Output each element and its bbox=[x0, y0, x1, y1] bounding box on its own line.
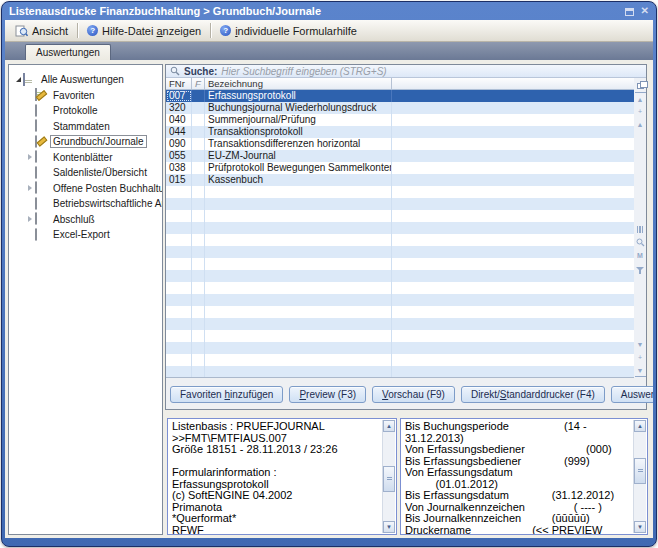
column-header-bezeichnung[interactable]: Bezeichnung bbox=[205, 78, 392, 89]
tab-auswertungen[interactable]: Auswertungen bbox=[25, 44, 111, 60]
table-header[interactable]: FNr F Bezeichnung bbox=[166, 78, 634, 90]
search-input[interactable]: Suche: Hier Suchbegriff eingeben (STRG+S… bbox=[166, 65, 646, 78]
table-row[interactable]: 090Transaktionsdifferenzen horizontal bbox=[166, 138, 634, 150]
table-row-empty[interactable] bbox=[166, 354, 634, 366]
table-row[interactable]: 040Summenjournal/Prüfung bbox=[166, 114, 634, 126]
sidebar-item-7[interactable]: Offene Posten Buchhaltung bbox=[9, 181, 162, 197]
add-favorites-button[interactable]: Favoriten hinzufügen bbox=[170, 386, 283, 403]
help-file-button[interactable]: ? Hilfe-Datei anzeigen bbox=[81, 23, 207, 39]
table-row-empty[interactable] bbox=[166, 330, 634, 342]
filter-info-scrollbar[interactable]: ▲ ▼ bbox=[633, 420, 646, 533]
expanded-arrow-icon[interactable] bbox=[13, 77, 23, 82]
page-edit-icon bbox=[35, 136, 46, 148]
scroll-down-icon[interactable]: ▼ bbox=[383, 521, 395, 533]
table-row-empty[interactable] bbox=[166, 366, 634, 377]
scroll-bottom-icon[interactable]: ▼ bbox=[635, 364, 646, 377]
sidebar-item-8[interactable]: Betriebswirtschaftliche Auswertungen bbox=[9, 196, 162, 212]
collapsed-arrow-icon[interactable] bbox=[25, 154, 35, 160]
table-row[interactable]: 038Prüfprotokoll Bewegungen Sammelkonten bbox=[166, 162, 634, 174]
list-info-scrollbar[interactable]: ▲ ▼ bbox=[382, 420, 395, 533]
preview-button[interactable]: Preview (F3) bbox=[289, 386, 366, 403]
info-line: Bis Journalkennzeichen (ūūūūū) bbox=[405, 513, 630, 525]
table-row-empty[interactable] bbox=[166, 258, 634, 270]
cell-fnr bbox=[166, 186, 192, 198]
info-line: RFWF bbox=[172, 525, 379, 535]
filter-icon[interactable] bbox=[635, 262, 646, 275]
cell-f bbox=[192, 138, 205, 150]
cell-fnr bbox=[166, 366, 192, 377]
table-row[interactable]: 055EU-ZM-Journal bbox=[166, 150, 634, 162]
plus-icon[interactable]: + bbox=[635, 351, 646, 364]
sidebar-item-5[interactable]: Kontenblätter bbox=[9, 150, 162, 166]
table-row-empty[interactable] bbox=[166, 306, 634, 318]
direct-standard-printer-button[interactable]: Direkt/Standarddrucker (F4) bbox=[461, 386, 605, 403]
scroll-up-icon[interactable]: ▲ bbox=[383, 420, 395, 432]
table-row[interactable]: 015Kassenbuch bbox=[166, 174, 634, 186]
scroll-top-icon[interactable]: ▲ bbox=[635, 92, 646, 105]
sidebar-item-6[interactable]: Saldenliste/Übersicht bbox=[9, 165, 162, 181]
sidebar-item-1[interactable]: Favoriten bbox=[9, 88, 162, 104]
scrollbar-thumb[interactable] bbox=[634, 458, 646, 484]
table-row-empty[interactable] bbox=[166, 210, 634, 222]
table-row-empty[interactable] bbox=[166, 186, 634, 198]
table-row-empty[interactable] bbox=[166, 294, 634, 306]
table-row-empty[interactable] bbox=[166, 342, 634, 354]
table-row-empty[interactable] bbox=[166, 246, 634, 258]
magnifier-icon[interactable] bbox=[635, 236, 646, 249]
cell-rest bbox=[392, 306, 634, 318]
vorschau-button[interactable]: Vorschau (F9) bbox=[372, 386, 455, 403]
table-row-empty[interactable] bbox=[166, 198, 634, 210]
info-line: Von Erfassungsdatum bbox=[405, 467, 630, 479]
cell-f bbox=[192, 318, 205, 330]
cell-bezeichnung bbox=[205, 210, 392, 222]
info-line: Listenbasis : PRUEFJOURNAL bbox=[172, 421, 379, 433]
cell-bezeichnung: EU-ZM-Journal bbox=[205, 150, 392, 162]
sidebar-item-2[interactable]: Protokolle bbox=[9, 103, 162, 119]
individual-form-help-button[interactable]: ? individuelle Formularhilfe bbox=[214, 23, 363, 39]
table-row-empty[interactable] bbox=[166, 282, 634, 294]
page-glyph bbox=[35, 181, 37, 194]
restore-window-button[interactable] bbox=[625, 2, 634, 20]
table-row[interactable]: 320Buchungsjournal Wiederholungsdruck bbox=[166, 102, 634, 114]
cell-f bbox=[192, 210, 205, 222]
print-report-button[interactable]: Auswertung drucken bbox=[611, 386, 653, 403]
column-header-fnr[interactable]: FNr bbox=[166, 78, 192, 89]
sidebar-item-9[interactable]: Abschluß bbox=[9, 212, 162, 228]
cell-f bbox=[192, 354, 205, 366]
table-row[interactable]: 007Erfassungsprotokoll bbox=[166, 90, 634, 102]
table-row[interactable]: 044Transaktionsprotokoll bbox=[166, 126, 634, 138]
sidebar-item-3[interactable]: Stammdaten bbox=[9, 119, 162, 135]
collapsed-arrow-icon[interactable] bbox=[25, 216, 35, 222]
info-line: Druckername (<< PREVIEW bbox=[405, 525, 630, 535]
table-row-empty[interactable] bbox=[166, 270, 634, 282]
scroll-up-icon[interactable]: ▲ bbox=[634, 420, 646, 432]
list-info-text: Listenbasis : PRUEFJOURNAL>>FMT\FMTFIAUS… bbox=[172, 421, 379, 534]
sidebar-item-label: Protokolle bbox=[50, 104, 100, 117]
scroll-down-icon[interactable]: ▼ bbox=[634, 521, 646, 533]
copy-icon[interactable] bbox=[635, 79, 646, 92]
help-icon: ? bbox=[87, 25, 98, 36]
cell-f bbox=[192, 174, 205, 186]
search-label: Suche: bbox=[184, 66, 217, 77]
table-row-empty[interactable] bbox=[166, 234, 634, 246]
ansicht-button[interactable]: Ansicht bbox=[9, 23, 74, 39]
close-window-button[interactable]: ✕ bbox=[641, 6, 649, 16]
scrollbar-thumb[interactable] bbox=[383, 466, 395, 492]
page-glyph bbox=[35, 212, 37, 225]
columns-icon[interactable] bbox=[635, 223, 646, 236]
table-row-empty[interactable] bbox=[166, 318, 634, 330]
table-body: 007Erfassungsprotokoll320Buchungsjournal… bbox=[166, 90, 634, 377]
plus-icon[interactable]: + bbox=[635, 105, 646, 118]
collapsed-arrow-icon[interactable] bbox=[25, 185, 35, 191]
scroll-up-icon[interactable]: ▲ bbox=[635, 118, 646, 131]
cell-f bbox=[192, 282, 205, 294]
sidebar-item-4[interactable]: Grundbuch/Journale bbox=[9, 134, 162, 150]
scroll-down-icon[interactable]: ▼ bbox=[635, 338, 646, 351]
favorites-glyph bbox=[35, 88, 37, 101]
table-row-empty[interactable] bbox=[166, 222, 634, 234]
sidebar-item-10[interactable]: Excel-Export bbox=[9, 227, 162, 243]
page-icon bbox=[35, 120, 46, 132]
sidebar-item-0[interactable]: Alle Auswertungen bbox=[9, 72, 162, 88]
column-header-f[interactable]: F bbox=[192, 78, 205, 89]
sort-icon[interactable]: M bbox=[635, 249, 646, 262]
